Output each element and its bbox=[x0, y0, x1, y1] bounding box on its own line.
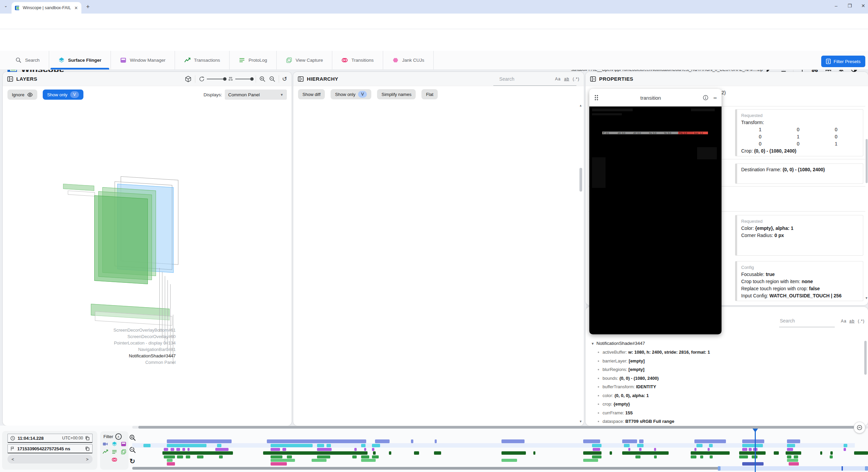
collapse-panel-icon[interactable] bbox=[298, 76, 304, 82]
human-time-input[interactable]: 11:04:14.228 UTC+00:00 bbox=[7, 434, 93, 443]
transitions-event[interactable] bbox=[271, 462, 287, 466]
window-manager-event[interactable] bbox=[787, 448, 793, 451]
hierarchy-search-input[interactable]: Search bbox=[499, 76, 514, 82]
cube-3d-icon[interactable] bbox=[185, 76, 192, 82]
ns-time-input[interactable]: 1715339054227572545 ns bbox=[7, 444, 93, 453]
proto-log-event[interactable] bbox=[592, 455, 601, 458]
collapse-panel-icon[interactable] bbox=[7, 76, 13, 82]
proto-log-event[interactable] bbox=[352, 455, 357, 458]
videocam-filter-icon[interactable] bbox=[102, 441, 108, 447]
transition-window-header[interactable]: transition – bbox=[589, 89, 722, 106]
new-tab-button[interactable]: + bbox=[86, 3, 90, 11]
view-capture-event[interactable] bbox=[583, 459, 598, 462]
transactions-event[interactable] bbox=[501, 451, 526, 455]
rings-filter-icon[interactable] bbox=[112, 457, 117, 463]
transactions-event[interactable] bbox=[162, 451, 233, 455]
zoom-in-icon[interactable] bbox=[259, 76, 266, 82]
search-regex-icon[interactable]: (.*) bbox=[573, 77, 579, 81]
layer-label[interactable]: ScreenDecorOverlay#60 bbox=[54, 333, 176, 340]
proto-log-event[interactable] bbox=[361, 455, 369, 458]
view-capture-event[interactable] bbox=[501, 459, 517, 462]
surface-flinger-event[interactable] bbox=[696, 444, 702, 447]
layer-label[interactable]: Common Panel bbox=[54, 359, 176, 366]
proto-log-event[interactable] bbox=[787, 455, 791, 458]
search-whole-word-icon[interactable]: ab bbox=[564, 77, 569, 81]
surface-flinger-event[interactable] bbox=[624, 444, 630, 447]
view-capture-event[interactable] bbox=[787, 459, 798, 462]
chip-flat[interactable]: Flat bbox=[421, 89, 438, 99]
screen-recording-event[interactable] bbox=[622, 439, 637, 443]
scroll-up-icon[interactable]: ▲ bbox=[579, 104, 582, 107]
proto-log-event[interactable] bbox=[739, 455, 748, 458]
layers-filter-icon[interactable] bbox=[112, 441, 117, 447]
transitions-event[interactable] bbox=[789, 462, 799, 466]
tab-window-manager[interactable]: Window Manager bbox=[111, 51, 175, 70]
proto-log-event[interactable] bbox=[317, 455, 330, 458]
transactions-event[interactable] bbox=[414, 451, 419, 455]
properties-tree-scrollbar[interactable] bbox=[864, 341, 867, 375]
transactions-event[interactable] bbox=[830, 451, 833, 455]
browser-tab[interactable]: Winscope | sandbox-FAIL ✕ bbox=[12, 2, 81, 14]
transactions-event[interactable] bbox=[691, 451, 730, 455]
zoom-out-icon[interactable] bbox=[269, 76, 276, 82]
proto-log-event[interactable] bbox=[710, 455, 713, 458]
properties-search-input[interactable]: Search bbox=[780, 318, 795, 323]
prev-frame-button[interactable]: < bbox=[12, 457, 14, 462]
transactions-event[interactable] bbox=[786, 451, 801, 455]
window-close-button[interactable]: ✕ bbox=[861, 3, 865, 8]
proto-log-event[interactable] bbox=[700, 455, 703, 458]
layer-rect[interactable] bbox=[63, 184, 94, 191]
surface-flinger-event[interactable] bbox=[742, 444, 763, 447]
surface-flinger-event[interactable] bbox=[167, 444, 206, 447]
collapse-to-top-button[interactable] bbox=[854, 422, 865, 433]
filter-presets-button[interactable]: Filter Presets bbox=[821, 56, 865, 67]
surface-flinger-event[interactable] bbox=[372, 444, 380, 447]
window-manager-event[interactable] bbox=[694, 448, 697, 451]
transition-preview-window[interactable]: transition – P: 0/1dX: 0.0dY: 0.0Xv: 0.0… bbox=[589, 89, 722, 334]
squares-filter-icon[interactable] bbox=[121, 449, 126, 455]
chart-filter-icon[interactable] bbox=[102, 449, 108, 455]
screen-recording-event[interactable] bbox=[742, 439, 764, 443]
window-restore-button[interactable]: ❐ bbox=[848, 3, 852, 8]
window-manager-event[interactable] bbox=[188, 448, 190, 451]
layer-label[interactable]: PointerLocation - display 0#134 bbox=[54, 340, 176, 346]
layer-label[interactable]: NotificationShade#3447 bbox=[54, 353, 176, 359]
proto-log-event[interactable] bbox=[197, 455, 204, 458]
surface-flinger-event[interactable] bbox=[637, 444, 644, 447]
scroll-down-icon[interactable]: ▼ bbox=[579, 420, 582, 423]
minimize-icon[interactable]: – bbox=[713, 94, 717, 101]
surface-flinger-event[interactable] bbox=[844, 444, 847, 447]
window-manager-event[interactable] bbox=[282, 448, 286, 451]
screen-recording-event[interactable] bbox=[167, 439, 232, 443]
window-manager-event[interactable] bbox=[372, 448, 374, 451]
screen-recording-event[interactable] bbox=[411, 439, 413, 443]
surface-flinger-event[interactable] bbox=[361, 444, 366, 447]
screen-recording-event[interactable] bbox=[267, 439, 366, 443]
proto-log-event[interactable] bbox=[830, 455, 833, 458]
minimap-track[interactable] bbox=[132, 467, 721, 470]
drag-handle-icon[interactable] bbox=[594, 94, 599, 101]
properties-scrollbar[interactable] bbox=[866, 139, 868, 183]
search-match-case-icon[interactable]: Aa bbox=[555, 77, 561, 81]
search-match-case-icon[interactable]: Aa bbox=[841, 319, 847, 323]
rotation-slider[interactable] bbox=[207, 79, 226, 79]
proto-log-event[interactable] bbox=[654, 455, 657, 458]
property-row-currFrame[interactable]: currFrame: 155 bbox=[589, 409, 864, 417]
transitions-event[interactable] bbox=[742, 462, 764, 466]
window-manager-event[interactable] bbox=[171, 448, 174, 451]
property-row-crop[interactable]: crop: {empty} bbox=[589, 400, 864, 409]
surface-flinger-event[interactable] bbox=[317, 444, 324, 447]
window-manager-event[interactable] bbox=[654, 448, 656, 451]
search-regex-icon[interactable]: (.*) bbox=[858, 319, 865, 323]
proto-log-event[interactable] bbox=[794, 455, 798, 458]
transactions-event[interactable] bbox=[774, 451, 779, 455]
transactions-event[interactable] bbox=[263, 451, 368, 455]
tab-surface-flinger[interactable]: Surface Flinger bbox=[49, 51, 111, 70]
view-capture-event[interactable] bbox=[167, 459, 173, 462]
window-manager-event[interactable] bbox=[215, 448, 229, 451]
surface-flinger-event[interactable] bbox=[327, 444, 331, 447]
window-manager-event[interactable] bbox=[639, 448, 642, 451]
spacing-slider[interactable] bbox=[235, 79, 253, 79]
search-whole-word-icon[interactable]: ab bbox=[849, 319, 854, 323]
transactions-event[interactable] bbox=[854, 451, 868, 455]
